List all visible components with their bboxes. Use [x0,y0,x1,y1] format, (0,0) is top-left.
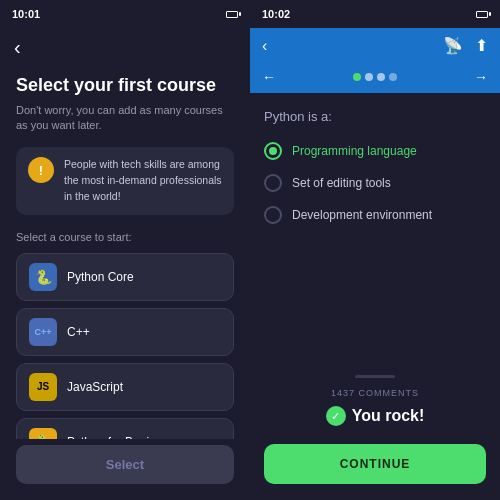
course-item-cpp[interactable]: C++ C++ [16,308,234,356]
course-name-python-beg: Python for Beginners [67,435,179,439]
left-content: Select your first course Don't worry, yo… [0,67,250,439]
course-list: 🐍 Python Core C++ C++ JS JavaScript 🐍 Py… [16,253,234,439]
battery-icon [226,11,238,18]
share-icon[interactable]: ⬆ [475,36,488,55]
right-panel: 10:02 ‹ 📡 ⬆ ← → Python is a: Programming… [250,0,500,500]
back-icon-top[interactable]: ‹ [262,37,267,55]
comments-section: 1437 COMMENTS ✓ You rock! [264,388,486,444]
course-icon-python: 🐍 [29,263,57,291]
status-bar-right: 10:02 [250,0,500,28]
back-arrow-progress[interactable]: ← [262,69,276,85]
radio-dev-environment[interactable] [264,206,282,224]
check-icon: ✓ [326,406,346,426]
status-icons-left [226,11,238,18]
status-time-right: 10:02 [262,8,290,20]
top-bar: ‹ 📡 ⬆ [250,28,500,63]
quiz-content: Python is a: Programming language Set of… [250,93,500,375]
select-button[interactable]: Select [16,445,234,484]
course-name-cpp: C++ [67,325,90,339]
top-bar-icons: 📡 ⬆ [443,36,488,55]
info-text: People with tech skills are among the mo… [64,157,222,204]
success-text: You rock! [352,407,425,425]
back-button-left[interactable]: ‹ [0,28,250,67]
info-box: ! People with tech skills are among the … [16,147,234,214]
progress-dot-2 [365,73,373,81]
page-subtitle: Don't worry, you can add as many courses… [16,103,234,134]
continue-button[interactable]: CONTINUE [264,444,486,484]
course-item-python-beginners[interactable]: 🐍 Python for Beginners [16,418,234,439]
status-bar-left: 10:01 [0,0,250,28]
option-text-editing-tools: Set of editing tools [292,176,391,190]
info-icon: ! [28,157,54,183]
radio-editing-tools[interactable] [264,174,282,192]
course-icon-cpp: C++ [29,318,57,346]
option-text-programming-language: Programming language [292,144,417,158]
progress-dots [282,73,468,81]
status-time-left: 10:01 [12,8,40,20]
progress-dot-3 [377,73,385,81]
bottom-section: 1437 COMMENTS ✓ You rock! [250,375,500,444]
progress-dot-4 [389,73,397,81]
progress-dot-1 [353,73,361,81]
page-title: Select your first course [16,75,234,97]
progress-bar-container: ← → [250,63,500,93]
quiz-option-2[interactable]: Set of editing tools [264,174,486,192]
success-message: ✓ You rock! [264,406,486,426]
course-icon-python-beg: 🐍 [29,428,57,439]
course-name-javascript: JavaScript [67,380,123,394]
quiz-options: Programming language Set of editing tool… [264,142,486,224]
battery-icon-right [476,11,488,18]
quiz-question: Python is a: [264,109,486,124]
radio-programming-language[interactable] [264,142,282,160]
cast-icon[interactable]: 📡 [443,36,463,55]
section-label: Select a course to start: [16,231,234,243]
course-name-python-core: Python Core [67,270,134,284]
course-icon-js: JS [29,373,57,401]
forward-arrow-progress[interactable]: → [474,69,488,85]
status-icons-right [476,11,488,18]
left-panel: 10:01 ‹ Select your first course Don't w… [0,0,250,500]
comments-count: 1437 COMMENTS [264,388,486,398]
quiz-option-1[interactable]: Programming language [264,142,486,160]
quiz-option-3[interactable]: Development environment [264,206,486,224]
course-item-javascript[interactable]: JS JavaScript [16,363,234,411]
course-item-python-core[interactable]: 🐍 Python Core [16,253,234,301]
divider [355,375,395,378]
option-text-dev-environment: Development environment [292,208,432,222]
